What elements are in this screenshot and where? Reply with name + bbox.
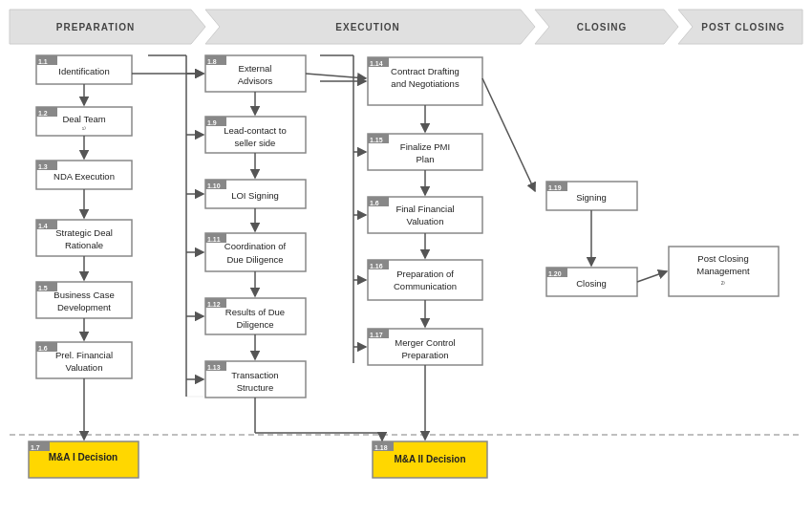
svg-marker-2 [205,10,535,44]
svg-text:1.2: 1.2 [38,110,48,117]
svg-text:Diligence: Diligence [236,319,273,330]
svg-text:Transaction: Transaction [231,370,278,380]
svg-text:²⁾: ²⁾ [721,280,726,289]
svg-text:Development: Development [57,302,111,312]
main-svg: PREPARATION EXECUTION CLOSING POST CLOSI… [0,0,812,516]
svg-rect-60 [205,298,306,334]
svg-text:Contract Drafting: Contract Drafting [391,66,459,76]
svg-text:Coordination of: Coordination of [224,241,287,251]
svg-rect-55 [205,233,306,271]
svg-text:seller side: seller side [235,138,276,148]
svg-line-134 [637,271,667,282]
svg-rect-75 [368,134,482,170]
svg-rect-32 [36,342,132,378]
svg-text:1.6: 1.6 [38,345,48,352]
svg-line-132 [482,78,535,191]
svg-text:EXECUTION: EXECUTION [335,22,399,32]
svg-text:1.11: 1.11 [207,236,221,243]
diagram-container: PREPARATION EXECUTION CLOSING POST CLOSI… [0,0,812,516]
svg-rect-91 [368,329,389,338]
svg-text:Management: Management [696,266,750,276]
svg-rect-22 [36,220,132,256]
svg-text:Signing: Signing [576,192,607,203]
svg-text:1.18: 1.18 [374,444,388,451]
svg-text:Rationale: Rationale [65,240,103,250]
svg-rect-104 [546,268,567,277]
svg-text:NDA Execution: NDA Execution [53,171,115,182]
svg-rect-13 [36,107,132,136]
svg-text:Preparation of: Preparation of [396,269,454,279]
svg-text:1.4: 1.4 [38,223,48,229]
svg-rect-96 [373,441,394,451]
svg-text:Business Case: Business Case [53,290,114,300]
svg-marker-4 [535,10,678,44]
svg-rect-41 [205,55,306,92]
svg-text:1.10: 1.10 [207,183,221,189]
svg-rect-61 [205,298,226,308]
svg-rect-107 [669,247,779,296]
svg-rect-100 [546,182,567,191]
svg-text:Communication: Communication [394,281,457,291]
svg-text:Results of Due: Results of Due [225,307,285,317]
svg-rect-18 [36,161,132,189]
svg-rect-52 [205,180,226,189]
svg-text:Advisors: Advisors [238,75,273,86]
svg-rect-9 [36,55,132,84]
svg-text:Merger Control: Merger Control [395,337,455,348]
svg-rect-76 [368,134,389,143]
svg-rect-23 [36,220,57,229]
svg-text:POST CLOSING: POST CLOSING [701,22,785,32]
svg-rect-81 [368,197,389,206]
svg-text:Lead-contact to: Lead-contact to [224,125,287,136]
svg-text:Structure: Structure [237,382,274,393]
svg-text:Prel. Financial: Prel. Financial [55,350,113,360]
svg-text:1.14: 1.14 [370,60,383,67]
svg-rect-85 [368,260,482,300]
svg-marker-0 [10,10,205,44]
svg-rect-27 [36,282,132,318]
svg-text:Preparation: Preparation [401,350,448,360]
svg-text:and Negotiations: and Negotiations [391,78,459,89]
svg-text:1.8: 1.8 [207,58,217,65]
svg-rect-66 [205,361,226,371]
svg-text:LOI Signing: LOI Signing [231,190,279,201]
svg-rect-90 [368,329,482,365]
svg-text:Valuation: Valuation [407,216,444,226]
svg-text:Due Diligence: Due Diligence [226,254,283,265]
svg-rect-99 [546,182,637,210]
svg-text:Closing: Closing [576,278,607,289]
svg-rect-86 [368,260,389,269]
svg-marker-6 [678,10,802,44]
svg-text:External: External [239,63,272,74]
svg-rect-80 [368,197,482,233]
svg-rect-37 [29,441,139,478]
svg-rect-103 [546,268,637,296]
svg-text:CLOSING: CLOSING [577,22,628,32]
svg-rect-51 [205,180,306,208]
svg-rect-33 [36,342,57,352]
svg-text:Valuation: Valuation [66,362,103,373]
svg-text:1.3: 1.3 [38,163,48,170]
svg-rect-56 [205,233,226,243]
svg-rect-28 [36,282,57,291]
svg-text:1.6: 1.6 [370,200,379,206]
svg-text:1.5: 1.5 [38,285,48,291]
svg-text:1.1: 1.1 [38,58,48,65]
svg-text:M&A II Decision: M&A II Decision [394,454,465,464]
svg-text:1.12: 1.12 [207,301,221,308]
svg-rect-46 [205,117,306,153]
svg-text:Deal Team: Deal Team [62,114,105,124]
svg-text:1.7: 1.7 [31,444,40,451]
svg-rect-14 [36,107,57,117]
svg-text:Plan: Plan [416,154,434,164]
svg-rect-65 [205,361,306,398]
svg-rect-42 [205,55,226,65]
svg-text:Final Financial: Final Financial [395,204,454,214]
svg-text:1.9: 1.9 [207,119,217,126]
svg-rect-71 [368,57,389,67]
svg-text:Strategic Deal: Strategic Deal [55,227,113,238]
svg-text:PREPARATION: PREPARATION [56,22,135,32]
svg-text:1.20: 1.20 [548,270,562,277]
svg-rect-19 [36,161,57,170]
svg-text:1.19: 1.19 [548,184,562,191]
